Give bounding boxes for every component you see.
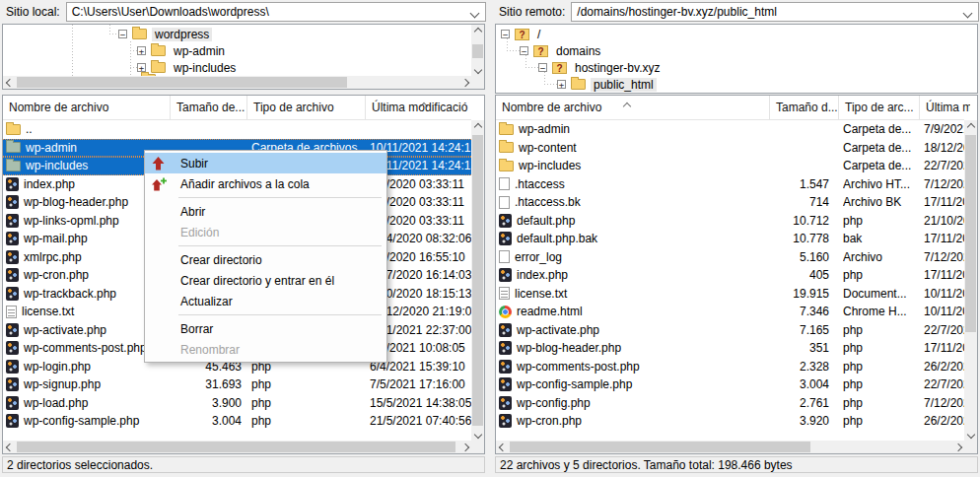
scrollbar-up-button[interactable] <box>471 25 484 37</box>
scrollbar-thumb[interactable] <box>965 135 976 332</box>
file-row-license-txt[interactable]: license.txt19.915Document...10/11/20 <box>496 285 964 304</box>
file-row-readme-html[interactable]: readme.html7.346Chrome H...10/11/20 <box>496 303 964 321</box>
file-row-wp-config-sample-php[interactable]: wp-config-sample.php3.004php22/7/202 <box>496 375 964 394</box>
file-row-wp-cron-php[interactable]: wp-cron.php3.920php26/2/202 <box>496 412 964 431</box>
scrollbar-left-button[interactable] <box>496 441 509 453</box>
local-path-combobox[interactable]: C:\Users\User\Downloads\wordpress\ <box>66 2 486 22</box>
file-row-htaccess-bk[interactable]: .htaccess.bk714Archivo BK17/11/20 <box>496 193 964 212</box>
file-name: readme.html <box>517 305 583 318</box>
file-row-wp-admin[interactable]: wp-adminCarpeta de...7/9/2021 <box>496 120 964 139</box>
menu-item-crear-directorio[interactable]: Crear directorio <box>145 249 386 270</box>
local-list-vertical-scrollbar[interactable] <box>471 120 484 441</box>
scrollbar-corner <box>471 441 484 453</box>
column-header-ultima-modificacio[interactable]: Última modificació <box>366 96 477 119</box>
file-row-default-php[interactable]: default.php10.712php21/10/20 <box>496 212 964 231</box>
tree-item-label: hostinger-bv.xyz <box>572 61 663 75</box>
menu-item-subir[interactable]: Subir <box>145 153 386 173</box>
file-row-wp-load-php[interactable]: wp-load.php3.900php15/5/2021 14:38:05 <box>3 394 471 413</box>
tree-item-hostinger-bv-xyz[interactable]: −hostinger-bv.xyz <box>538 59 977 76</box>
menu-item-actualizar[interactable]: Actualizar <box>145 291 386 311</box>
remote-list-vertical-scrollbar[interactable] <box>964 120 977 441</box>
column-header-tipo-de-archivo[interactable]: Tipo de archivo <box>247 96 366 119</box>
expand-icon[interactable]: + <box>137 46 146 55</box>
scrollbar-up-button[interactable] <box>964 120 977 133</box>
local-list-horizontal-scrollbar[interactable] <box>3 441 471 453</box>
column-header-tamano-de[interactable]: Tamaño de... <box>171 96 247 119</box>
scrollbar-up-button[interactable] <box>471 120 484 133</box>
scrollbar-left-button[interactable] <box>3 441 16 453</box>
scrollbar-right-button[interactable] <box>458 76 471 89</box>
php-file-icon <box>6 250 19 264</box>
tree-item-wp-admin[interactable]: +wp-admin <box>137 42 470 59</box>
file-size-cell: 405 <box>748 266 829 285</box>
column-header-ultima-m[interactable]: Última m <box>920 96 970 119</box>
column-header-nombre-de-archivo[interactable]: Nombre de archivo <box>496 96 770 119</box>
tree-item-wordpress[interactable]: −wordpress <box>118 26 470 42</box>
tree-item-public-html[interactable]: +public_html <box>557 76 977 93</box>
scrollbar-left-button[interactable] <box>3 76 16 89</box>
file-row-item[interactable]: .. <box>3 120 471 139</box>
tree-item-domains[interactable]: −domains <box>520 42 977 59</box>
file-name-cell: wp-blog-header.php <box>6 193 147 212</box>
combo-dropdown-icon[interactable] <box>470 9 480 19</box>
file-row-wp-blog-header-php[interactable]: wp-blog-header.php351php17/11/20 <box>496 339 964 358</box>
file-name: xmlrpc.php <box>24 250 82 264</box>
file-row-wp-content[interactable]: wp-contentCarpeta de...18/12/20 <box>496 139 964 158</box>
file-row-wp-signup-php[interactable]: wp-signup.php31.693php7/5/2021 17:16:00 <box>3 375 471 394</box>
file-name-cell: wp-cron.php <box>6 266 147 285</box>
scrollbar-thumb[interactable] <box>17 442 455 452</box>
file-row-default-php-bak[interactable]: default.php.bak10.778bak17/11/20 <box>496 230 964 248</box>
scrollbar-thumb[interactable] <box>472 135 483 426</box>
scrollbar-right-button[interactable] <box>458 441 471 453</box>
menu-item-anadir-archivos-a-la-cola[interactable]: Añadir archivos a la cola <box>145 173 386 194</box>
collapse-icon[interactable]: − <box>520 46 528 55</box>
file-name-cell: wp-trackback.php <box>6 285 147 304</box>
menu-item-abrir[interactable]: Abrir <box>145 201 386 222</box>
menu-item-borrar[interactable]: Borrar <box>145 318 386 339</box>
scrollbar-thumb[interactable] <box>472 44 483 58</box>
column-header-tamano-d[interactable]: Tamaño d... <box>770 96 839 119</box>
expand-icon[interactable]: + <box>137 63 146 72</box>
file-row-wp-includes[interactable]: wp-includesCarpeta de...22/7/202 <box>496 157 964 175</box>
file-name-cell: wp-cron.php <box>499 412 742 431</box>
remote-list-horizontal-scrollbar[interactable] <box>496 441 964 453</box>
scrollbar-thumb[interactable] <box>17 77 347 88</box>
local-tree-vertical-scrollbar[interactable] <box>471 25 484 76</box>
php-file-icon <box>6 287 19 301</box>
file-name: index.php <box>517 268 568 282</box>
combo-dropdown-icon[interactable] <box>963 9 973 19</box>
text-file-icon <box>499 287 510 300</box>
file-name: wp-cron.php <box>517 414 582 428</box>
scrollbar-right-button[interactable] <box>951 441 964 453</box>
scrollbar-down-button[interactable] <box>471 63 484 76</box>
file-row-htaccess[interactable]: .htaccess1.547Archivo HT...7/12/202 <box>496 175 964 194</box>
tree-item-item[interactable]: −/ <box>501 26 977 42</box>
file-row-error-log[interactable]: error_log5.160Archivo7/12/202 <box>496 248 964 267</box>
remote-panel: Sitio remoto: /domains/hostinger-bv.xyz/… <box>493 0 980 477</box>
file-date-cell <box>370 120 471 139</box>
file-row-wp-config-sample-php[interactable]: wp-config-sample.php3.004php21/5/2021 07… <box>3 412 471 431</box>
file-row-wp-comments-post-php[interactable]: wp-comments-post.php2.328php26/2/202 <box>496 358 964 376</box>
scrollbar-down-button[interactable] <box>964 428 977 441</box>
column-header-nombre-de-archivo[interactable]: Nombre de archivo <box>3 96 171 119</box>
tree-item-wp-includes[interactable]: +wp-includes <box>137 59 470 76</box>
php-file-icon <box>6 214 19 228</box>
file-name: wp-includes <box>519 159 581 172</box>
file-row-wp-config-php[interactable]: wp-config.php2.761php7/12/202 <box>496 394 964 413</box>
scrollbar-down-button[interactable] <box>471 428 484 441</box>
scrollbar-thumb[interactable] <box>510 442 810 452</box>
column-header-tipo-de-arc[interactable]: Tipo de arc... <box>839 96 920 119</box>
collapse-icon[interactable]: − <box>118 30 127 38</box>
file-type-cell: Carpeta de... <box>843 157 920 175</box>
local-tree-horizontal-scrollbar[interactable] <box>3 76 471 89</box>
file-row-index-php[interactable]: index.php405php17/11/20 <box>496 266 964 285</box>
collapse-icon[interactable]: − <box>538 63 547 72</box>
tree-item-label: wp-includes <box>171 61 239 75</box>
menu-item-label: Crear directorio <box>180 253 262 267</box>
file-row-wp-activate-php[interactable]: wp-activate.php7.165php22/7/202 <box>496 321 964 340</box>
remote-path-combobox[interactable]: /domains/hostinger-bv.xyz/public_html <box>571 2 979 22</box>
expand-icon[interactable]: + <box>557 80 566 89</box>
collapse-icon[interactable]: − <box>501 30 510 38</box>
menu-item-crear-directorio-y-entrar-en-el[interactable]: Crear directorio y entrar en él <box>145 270 386 291</box>
file-name-cell: wp-activate.php <box>499 321 742 340</box>
